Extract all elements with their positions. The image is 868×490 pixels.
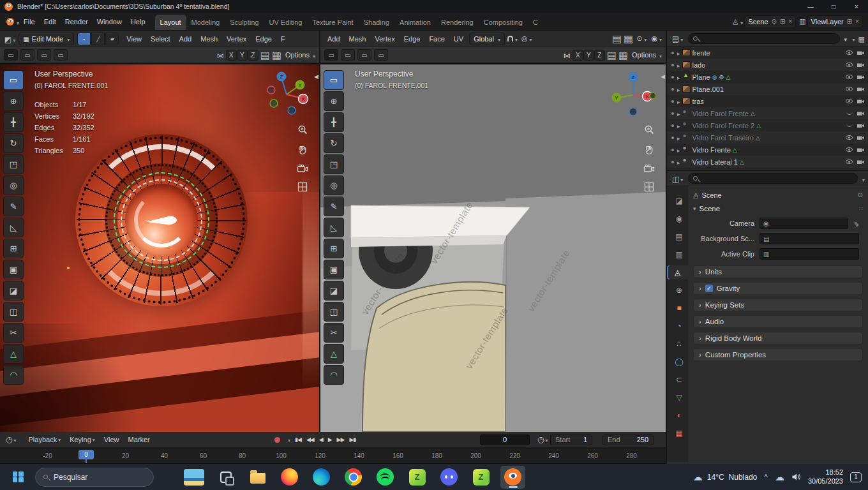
playhead[interactable]: 0	[79, 450, 94, 459]
workspace-tab[interactable]: Shading	[359, 15, 394, 30]
collapsed-section[interactable]: Rigid Body World	[693, 332, 863, 345]
spotify[interactable]	[373, 466, 398, 489]
select-subtract-button[interactable]	[37, 49, 51, 61]
sidebar-collapse-arrow-icon[interactable]	[661, 73, 665, 80]
Vidro Lateral 1[interactable]: Vidro Lateral 1	[667, 156, 868, 168]
viewlayer-selector[interactable]: ViewLayer	[799, 15, 863, 28]
pin-icon[interactable]	[772, 18, 777, 25]
tool-bevel[interactable]: ◪	[324, 281, 344, 301]
collapsed-section[interactable]: Units	[693, 265, 863, 278]
menu-item[interactable]: Marker	[123, 436, 154, 443]
tool-move[interactable]: ╋	[3, 112, 24, 132]
stopwatch-icon[interactable]	[537, 435, 548, 444]
scene-selector[interactable]: Scene	[733, 15, 796, 28]
hide-eye-icon[interactable]	[844, 75, 855, 79]
snap-icon[interactable]	[260, 49, 270, 61]
jump-to-start-button[interactable]: ▮◀	[295, 436, 301, 443]
task-view-button[interactable]	[213, 466, 238, 489]
hide-eye-icon[interactable]	[844, 147, 855, 152]
workspace-tab[interactable]: C	[528, 15, 543, 30]
tool-inset-faces[interactable]: ▣	[3, 260, 24, 279]
menu-item[interactable]: Select	[146, 35, 175, 43]
hidden-icons-chevron[interactable]	[764, 473, 768, 482]
hide-eye-icon[interactable]	[844, 63, 855, 67]
volume-icon[interactable]	[791, 473, 801, 481]
edge[interactable]	[309, 466, 334, 489]
eyedropper-icon[interactable]	[853, 219, 860, 228]
workspace-tab[interactable]: Animation	[394, 15, 436, 30]
menu-item[interactable]: View	[122, 35, 146, 43]
menu-item[interactable]: Edge	[400, 35, 425, 43]
tool-measure[interactable]: ◺	[324, 218, 344, 237]
auto-key-record-icon[interactable]	[274, 437, 280, 443]
collapsed-section[interactable]: Gravity	[693, 282, 863, 295]
menu-item[interactable]: Add	[175, 35, 197, 43]
hide-eye-icon[interactable]	[844, 50, 855, 55]
display-mode-icon[interactable]	[858, 33, 865, 44]
Vidro Farol Frente 2[interactable]: Vidro Farol Frente 2	[667, 119, 868, 131]
tool-bevel[interactable]: ◪	[3, 281, 24, 301]
discord[interactable]	[437, 466, 461, 489]
hide-eye-icon[interactable]	[844, 124, 855, 127]
tool-extrude-region[interactable]: ⊞	[324, 239, 344, 258]
menu-item[interactable]: Vertex	[222, 35, 251, 43]
menu-item[interactable]: Add	[323, 35, 345, 43]
tab-texture[interactable]: ▦	[670, 426, 688, 440]
hide-eye-icon[interactable]	[844, 87, 855, 91]
tool-cursor[interactable]: ⊕	[3, 91, 24, 111]
pan-hand-icon[interactable]	[297, 144, 308, 155]
tool-move[interactable]: ╋	[324, 112, 344, 132]
gizmos-widget[interactable]	[635, 34, 648, 43]
tool-annotate[interactable]: ✎	[324, 197, 344, 216]
tool-loop-cut[interactable]: ◫	[3, 302, 24, 322]
overlays-widget[interactable]	[650, 34, 663, 43]
menu-item[interactable]: F	[276, 35, 290, 43]
expand-arrow-icon[interactable]	[677, 61, 680, 69]
start-button[interactable]	[6, 466, 29, 488]
tool-transform[interactable]: ◎	[3, 175, 24, 195]
play-button[interactable]: ▶	[328, 436, 332, 443]
navigation-gizmo[interactable]: Z Y X	[263, 70, 310, 117]
face-select-button[interactable]	[105, 33, 119, 45]
pin-id-icon[interactable]	[858, 191, 863, 198]
tool-scale[interactable]: ◳	[3, 154, 24, 174]
outliner-search-input[interactable]	[688, 33, 839, 44]
mirror-icon[interactable]	[564, 49, 571, 61]
mode-dropdown[interactable]: Edit Mode	[19, 33, 74, 45]
Plane.001[interactable]: Plane.001	[667, 83, 868, 95]
tab-physics[interactable]: ◯	[670, 355, 688, 369]
orientation-dropdown[interactable]: Global	[469, 33, 505, 45]
maximize-button[interactable]: □	[822, 0, 845, 13]
orthographic-toggle-icon[interactable]	[644, 182, 654, 192]
tool-scale[interactable]: ◳	[324, 154, 344, 174]
proportional-edit-widget[interactable]	[520, 34, 534, 43]
current-frame-field[interactable]: 0	[480, 434, 530, 445]
tool-rotate[interactable]: ↻	[3, 133, 24, 153]
workspace-tab[interactable]: Modeling	[186, 15, 225, 30]
workspace-tab[interactable]: Compositing	[479, 15, 528, 30]
unlink-scene-icon[interactable]	[788, 18, 792, 25]
firefox[interactable]	[277, 466, 302, 489]
expand-arrow-icon[interactable]	[677, 134, 680, 142]
axis-toggle[interactable]: Z	[248, 50, 258, 61]
Vidro Frente[interactable]: Vidro Frente	[667, 144, 868, 156]
expand-arrow-icon[interactable]	[677, 110, 680, 117]
gravity-checkbox[interactable]	[705, 285, 713, 292]
properties-options-caret-icon[interactable]	[861, 173, 865, 184]
frente[interactable]: frente	[667, 47, 868, 59]
vertex-select-button[interactable]	[77, 33, 91, 45]
zoom-icon[interactable]	[644, 124, 655, 135]
select-set-button[interactable]	[324, 49, 338, 61]
blender[interactable]	[500, 466, 525, 489]
chrome[interactable]	[341, 466, 366, 489]
menu-item[interactable]: Keying	[65, 436, 100, 443]
select-subtract-button[interactable]	[357, 49, 371, 61]
edge-select-button[interactable]	[91, 33, 105, 45]
property-field[interactable]	[760, 218, 848, 229]
camera-view-icon[interactable]	[643, 164, 655, 173]
snap-widget[interactable]	[506, 35, 519, 43]
file-explorer[interactable]	[245, 466, 270, 489]
tab-object-data[interactable]: ▽	[670, 390, 688, 405]
workspace-tab[interactable]: Texture Paint	[307, 15, 358, 30]
workspace-tab[interactable]: Rendering	[436, 15, 479, 30]
